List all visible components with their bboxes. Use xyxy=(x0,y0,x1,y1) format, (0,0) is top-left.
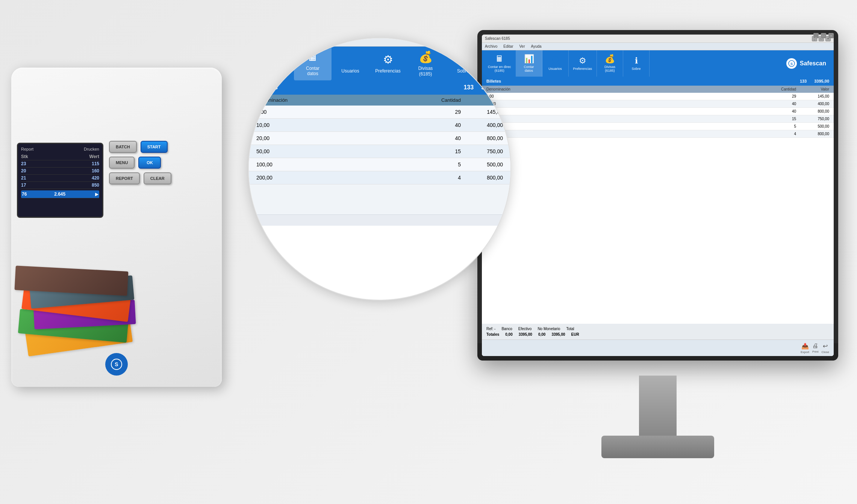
footer-totales-label: Totales xyxy=(486,332,499,337)
zoom-valor-1: 145,00 xyxy=(465,109,503,115)
table-row: 200,00 4 800,00 xyxy=(482,130,834,138)
zoom-table-total: 3395,00 xyxy=(481,84,503,91)
table-row: 20,00 40 800,00 xyxy=(482,108,834,115)
export-label: Export xyxy=(801,350,809,354)
clear-button[interactable]: CLEAR xyxy=(144,172,171,184)
close-button[interactable]: ↩ Close xyxy=(822,343,829,354)
denom-3: 20,00 xyxy=(486,109,769,113)
start-button[interactable]: START xyxy=(141,141,168,153)
ok-button[interactable]: OK xyxy=(138,157,161,169)
zoom-tb-usuarios[interactable]: 👤 Usuarios xyxy=(332,47,369,80)
col-wert-label: Wert xyxy=(89,154,99,159)
valor-5: 500,00 xyxy=(799,124,829,128)
zoom-divisas-icon: 💰 xyxy=(419,50,433,63)
table-row: 10,00 40 400,00 xyxy=(482,100,834,108)
menu-ayuda[interactable]: Ayuda xyxy=(531,44,542,48)
report-button[interactable]: REPORT xyxy=(109,172,140,184)
zoom-denom-2: 10,00 xyxy=(256,122,428,128)
toolbar-usuarios[interactable]: 👤 Usuarios xyxy=(542,50,569,77)
zoom-col-cantidad-header: Cantidad xyxy=(428,97,465,103)
zoom-table-row: 200,00 4 800,00 xyxy=(249,171,510,184)
zoom-col-denom-header: Denominación xyxy=(256,97,428,103)
close-icon: ↩ xyxy=(823,343,828,350)
cantidad-3: 40 xyxy=(769,109,799,113)
zoom-tb-sobre[interactable]: ℹ Sobre xyxy=(444,47,482,80)
valor-4: 750,00 xyxy=(799,117,829,121)
toolbar-sobre[interactable]: ℹ Sobre xyxy=(623,50,650,77)
valor-6: 800,00 xyxy=(799,132,829,136)
zoom-toolbar: ◀ 🖩 Contardatos 👤 Usuarios ⚙ Preferencia… xyxy=(249,47,510,80)
denom-5: 100,00 xyxy=(486,124,769,128)
zoom-menu-bar: ...tar Ver Ayuda xyxy=(249,38,510,47)
col-headers: Denominación Cantidad Valor xyxy=(482,86,834,93)
table-title: Billetes xyxy=(486,79,800,83)
table-total: 3395,00 xyxy=(814,79,829,83)
zoom-overlay: ...tar Ver Ayuda ◀ 🖩 Contardatos 👤 Usuar… xyxy=(248,38,511,300)
zoom-denom-1: 5,00 xyxy=(256,109,428,115)
maximize-btn[interactable]: □ xyxy=(821,33,826,38)
table-header: Billetes 133 3395,00 xyxy=(482,77,834,86)
menu-ver[interactable]: Ver xyxy=(519,44,525,48)
monitor-stand xyxy=(639,376,677,436)
zoom-menu-ver[interactable]: Ver xyxy=(272,39,280,45)
minimize-btn[interactable]: _ xyxy=(813,33,819,38)
usuarios-icon: 👤 xyxy=(550,56,560,66)
batch-button[interactable]: BATCH xyxy=(109,141,137,153)
safescan-logo-icon: S xyxy=(786,58,797,69)
zoom-menu-ayuda[interactable]: Ayuda xyxy=(287,39,301,45)
content-area: Billetes 133 3395,00 Denominación Cantid… xyxy=(482,77,834,356)
table-row: 50,00 15 750,00 xyxy=(482,115,834,123)
row1-right: 115 xyxy=(92,161,99,166)
col-valor-header: Valor xyxy=(799,87,829,91)
zoom-safescan-name: Safescan xyxy=(498,59,510,68)
valor-2: 400,00 xyxy=(799,102,829,106)
machine-display: Report Drucken Stk Wert 23 115 20 160 21… xyxy=(17,143,103,218)
empty-content xyxy=(482,138,834,324)
toolbar-divisas[interactable]: 💰 Divisas(6185) xyxy=(597,50,623,77)
zoom-tb-preferencias[interactable]: ⚙ Preferencias xyxy=(369,47,407,80)
sobre-icon: ℹ xyxy=(635,56,638,66)
toolbar-preferencias[interactable]: ⚙ Preferencias xyxy=(569,50,597,77)
toolbar-contar-datos[interactable]: 📊 Contardatos xyxy=(516,50,542,77)
zoom-table-row: 50,00 15 750,00 xyxy=(249,145,510,158)
export-button[interactable]: 📤 Export xyxy=(801,343,809,354)
zoom-usuarios-label: Usuarios xyxy=(341,68,359,74)
menu-button[interactable]: MENU xyxy=(109,157,135,169)
zoom-valor-5: 500,00 xyxy=(465,161,503,167)
zoom-tb-back[interactable]: ◀ xyxy=(256,47,294,80)
cantidad-4: 15 xyxy=(769,117,799,121)
close-btn[interactable]: × xyxy=(828,33,834,38)
svg-text:S: S xyxy=(115,361,118,367)
monitor-frame: ↺ ↻ ⊞ – + ⏻ _ □ × Safescan 6185 _ □ × xyxy=(477,30,838,361)
display-report-label: Report xyxy=(21,147,33,151)
machine-buttons: BATCH START MENU OK REPORT CLEAR xyxy=(109,141,214,188)
zoom-contar-datos-icon: 🖩 xyxy=(307,51,318,63)
menu-bar: Archivo Editar Ver Ayuda xyxy=(482,43,834,50)
zoom-cantidad-1: 29 xyxy=(428,109,465,115)
monitor: ↺ ↻ ⊞ – + ⏻ _ □ × Safescan 6185 _ □ × xyxy=(477,30,838,481)
row4-right: 850 xyxy=(92,183,99,188)
zoom-table-count: 133 xyxy=(463,84,474,91)
bill-counter-machine: Report Drucken Stk Wert 23 115 20 160 21… xyxy=(0,38,256,451)
print-button[interactable]: 🖨 Print xyxy=(812,343,818,353)
monitor-base xyxy=(601,436,714,458)
zoom-cantidad-5: 5 xyxy=(428,161,465,167)
zoom-preferencias-label: Preferencias xyxy=(375,68,400,74)
denom-6: 200,00 xyxy=(486,132,769,136)
zoom-tb-divisas[interactable]: 💰 Divisas(6185) xyxy=(407,47,444,80)
preferencias-icon: ⚙ xyxy=(579,56,586,66)
svg-text:S: S xyxy=(790,62,793,66)
zoom-menu-tar[interactable]: ...tar xyxy=(255,39,265,45)
zoom-tb-contar-datos[interactable]: 🖩 Contardatos xyxy=(294,47,332,80)
footer-area: Ref: - Banco Efectivo No Monetario Total… xyxy=(482,324,834,340)
software-ui: Safescan 6185 _ □ × Archivo Editar Ver A… xyxy=(482,35,834,356)
cantidad-2: 40 xyxy=(769,102,799,106)
denom-1: 5,00 xyxy=(486,94,769,98)
toolbar-usuarios-label: Usuarios xyxy=(548,67,562,71)
back-arrow-icon: ◀ xyxy=(266,55,284,72)
footer-currency: EUR xyxy=(571,332,579,337)
zoom-cantidad-2: 40 xyxy=(428,122,465,128)
footer-ref-label: Ref: - xyxy=(486,327,495,331)
highlight-left: 76 xyxy=(22,192,27,197)
contar-datos-icon: 📊 xyxy=(524,54,534,64)
